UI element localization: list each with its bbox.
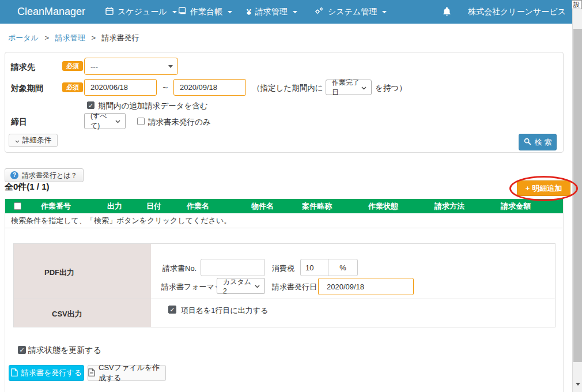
unissued-only-checkbox[interactable] [137, 118, 145, 125]
issue-date-input[interactable] [318, 278, 414, 295]
chevron-down-icon [361, 84, 366, 92]
include-additional-checkbox[interactable] [87, 101, 95, 109]
select-all-checkbox[interactable] [14, 202, 21, 210]
search-button[interactable]: 検 索 [519, 134, 557, 150]
result-count: 全0件(1 / 1) [5, 182, 50, 193]
breadcrumb-separator: > [45, 33, 50, 42]
tax-label: 消費税 [272, 263, 294, 274]
format-value: カスタム2 [223, 277, 255, 295]
breadcrumb-billing-link[interactable]: 請求管理 [55, 33, 85, 42]
col-property-name: 物件名 [245, 199, 294, 213]
closing-day-select[interactable]: (すべて) [84, 113, 126, 129]
yen-icon: ¥ [247, 7, 251, 17]
file-csv-icon [88, 368, 95, 378]
breadcrumb: ポータル > 請求管理 > 請求書発行 [8, 33, 139, 43]
app-logo[interactable]: CleanManager [17, 0, 85, 24]
scrollbar-thumb[interactable] [573, 29, 582, 362]
add-detail-button[interactable]: + 明細追加 [517, 180, 570, 196]
breadcrumb-portal-link[interactable]: ポータル [8, 33, 39, 42]
plus-icon: + [526, 184, 530, 193]
book-icon [178, 7, 186, 17]
detail-conditions-label: 詳細条件 [22, 135, 51, 145]
select-all-cell [5, 199, 29, 213]
billing-to-select[interactable]: --- [84, 58, 178, 75]
csv-section-label: CSV出力 [52, 309, 82, 319]
billing-to-label: 請求先 [11, 62, 35, 73]
breadcrumb-current: 請求書発行 [102, 33, 139, 42]
col-project-abbr: 案件略称 [294, 199, 361, 213]
issue-date-label: 請求書発行日 [272, 282, 317, 292]
results-area: 作業番号 出力 日付 作業名 物件名 案件略称 作業状態 請求方法 請求金額 検… [5, 199, 564, 392]
nav-work-ledger[interactable]: 作業台帳 [178, 0, 232, 24]
search-button-label: 検 索 [535, 137, 552, 148]
pdf-section-label: PDF出力 [44, 267, 74, 278]
chevron-down-icon [382, 11, 387, 13]
tax-input[interactable] [300, 259, 328, 276]
nav-billing[interactable]: ¥ 請求管理 [247, 0, 297, 24]
period-tilde: ～ [161, 82, 169, 93]
question-icon: ? [10, 171, 18, 179]
include-additional-label[interactable]: 期間内の追加請求データを含む [98, 101, 208, 111]
output-form: PDF出力 CSV出力 請求書No. 消費税 % 請求書フォーマット カスタム2… [13, 243, 555, 327]
help-button[interactable]: ? 請求書発行とは？ [5, 168, 84, 182]
search-icon [524, 138, 531, 147]
col-output: 出力 [101, 199, 139, 213]
csv-header-checkbox[interactable] [168, 306, 176, 314]
col-work-name: 作業名 [179, 199, 245, 213]
unissued-only-label[interactable]: 請求書未発行のみ [148, 117, 211, 127]
period-to-input[interactable] [173, 79, 246, 96]
create-csv-label: CSVファイルを作成する [99, 363, 165, 383]
detail-conditions-button[interactable]: 詳細条件 [9, 134, 58, 147]
chevron-down-icon [228, 11, 232, 13]
csv-output-row [14, 299, 555, 327]
clipped-tooltip: 設 [572, 0, 582, 9]
chevron-down-icon [115, 117, 120, 125]
nav-billing-label: 請求管理 [255, 7, 288, 17]
table-header-row: 作業番号 出力 日付 作業名 物件名 案件略称 作業状態 請求方法 請求金額 [5, 199, 563, 213]
help-button-label: 請求書発行とは？ [22, 171, 78, 180]
closing-day-value: (すべて) [90, 111, 115, 131]
caret-down-icon [168, 65, 173, 68]
chevron-down-icon [293, 11, 297, 13]
format-select[interactable]: カスタム2 [217, 278, 265, 294]
scrollbar[interactable] [572, 9, 582, 392]
period-basis-value: 作業完了日 [332, 78, 361, 97]
col-billing-amount: 請求金額 [493, 199, 563, 213]
update-status-label[interactable]: 請求状態を更新する [28, 345, 101, 356]
add-detail-label: 明細追加 [532, 183, 562, 194]
search-conditions-panel: 請求先 必須 --- 対象期間 必須 ～ （指定した期間内に 作業完了日 を持つ… [5, 52, 564, 153]
caret-down-icon [576, 383, 580, 386]
period-label: 対象期間 [11, 84, 43, 94]
calendar-icon [105, 7, 114, 17]
company-name[interactable]: 株式会社クリーンサービス [468, 0, 566, 24]
tax-unit-addon: % [328, 259, 358, 276]
closing-day-label: 締日 [11, 117, 27, 127]
chevron-down-icon [172, 11, 177, 13]
scrollbar-down-arrow[interactable] [573, 379, 582, 389]
nav-work-ledger-label: 作業台帳 [190, 7, 222, 17]
notifications-bell-icon[interactable] [443, 7, 451, 18]
invoice-no-input[interactable] [201, 259, 265, 276]
top-navbar: CleanManager スケジュール 作業台帳 ¥ 請求管理 システム管理 株… [0, 0, 572, 24]
period-note-prefix: （指定した期間内に [252, 83, 323, 93]
issue-invoice-button[interactable]: 請求書を発行する [9, 365, 84, 381]
period-note-suffix: を持つ） [375, 83, 407, 93]
nav-system-admin[interactable]: システム管理 [314, 0, 387, 24]
csv-header-label[interactable]: 項目名を1行目に出力する [181, 306, 268, 316]
col-date: 日付 [139, 199, 179, 213]
required-badge: 必須 [62, 61, 83, 71]
create-csv-button[interactable]: CSVファイルを作成する [88, 365, 166, 381]
col-work-number: 作業番号 [29, 199, 101, 213]
period-from-input[interactable] [84, 79, 157, 96]
empty-message: 検索条件を指定して、「検索」ボタンをクリックしてください。 [5, 213, 563, 228]
update-status-checkbox[interactable] [18, 346, 26, 354]
nav-schedule[interactable]: スケジュール [105, 0, 177, 24]
file-pdf-icon [11, 368, 18, 378]
col-work-status: 作業状態 [361, 199, 427, 213]
nav-system-admin-label: システム管理 [328, 7, 377, 17]
period-basis-select[interactable]: 作業完了日 [326, 80, 372, 95]
col-billing-method: 請求方法 [427, 199, 493, 213]
pdf-section-cell [14, 244, 151, 299]
gears-icon [314, 7, 324, 17]
page: CleanManager スケジュール 作業台帳 ¥ 請求管理 システム管理 株… [0, 0, 582, 392]
